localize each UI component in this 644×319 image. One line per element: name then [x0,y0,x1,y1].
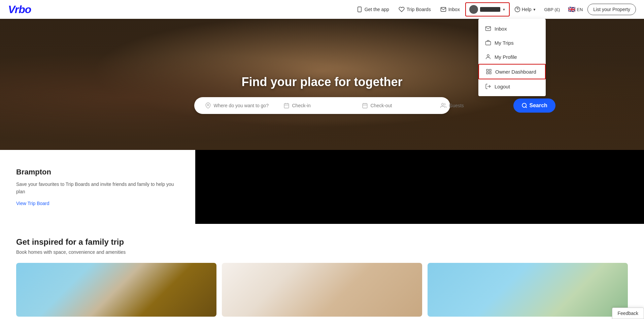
get-app-label: Get the app [365,7,389,12]
dropdown-my-trips-item[interactable]: My Trips [478,36,546,50]
search-icon [521,103,528,109]
dropdown-inbox-label: Inbox [495,26,507,32]
inbox-nav-icon [440,6,446,12]
trip-boards-button[interactable]: Trip Boards [395,4,435,15]
flag-icon: 🇬🇧 [568,6,575,13]
svg-point-2 [515,7,520,12]
checkin-input[interactable] [292,103,351,108]
language-button[interactable]: 🇬🇧 EN [565,3,586,16]
list-property-label: List your Property [593,7,630,12]
search-bar: Search [194,97,450,114]
svg-point-20 [441,103,443,105]
location-input[interactable] [214,103,273,108]
inbox-button[interactable]: Inbox [436,4,464,15]
dropdown-logout-label: Logout [495,84,510,89]
header: Vrbo Get the app Trip Boards Inbox [0,0,644,19]
svg-point-21 [522,103,526,107]
help-icon [514,6,520,12]
user-name-masked [480,7,500,12]
property-card-3-image [428,263,628,317]
calendar-checkin-icon [283,103,290,109]
user-menu-button[interactable]: ▼ [465,2,510,16]
svg-rect-16 [363,104,367,108]
get-app-button[interactable]: Get the app [352,4,393,15]
help-button[interactable]: Help ▼ [511,4,540,15]
currency-button[interactable]: GBP (£) [541,4,564,15]
user-dropdown-menu: Inbox My Trips My Profile Owner Dashboar… [478,19,546,96]
help-label: Help [522,7,532,12]
svg-line-22 [526,107,527,108]
property-card-2[interactable] [222,263,422,317]
dropdown-inbox-item[interactable]: Inbox [478,22,546,36]
inbox-dropdown-icon [485,26,491,32]
svg-point-11 [207,104,209,106]
inspired-section: Get inspired for a family trip Book home… [0,224,644,319]
trips-dropdown-icon [485,40,491,46]
feedback-button[interactable]: Feedback [612,308,644,319]
svg-rect-0 [358,7,361,12]
checkout-field[interactable] [357,100,435,111]
trip-boards-label: Trip Boards [407,7,431,12]
header-nav: Get the app Trip Boards Inbox ▼ [352,2,636,16]
inbox-label: Inbox [448,7,460,12]
dropdown-my-profile-item[interactable]: My Profile [478,50,546,64]
language-label: EN [577,7,583,12]
dropdown-owner-dashboard-item[interactable]: Owner Dashboard [478,64,546,79]
property-card-2-image [222,263,422,317]
trip-boards-description: Save your favourites to Trip Boards and … [16,181,179,196]
logout-dropdown-icon [485,83,491,89]
inspired-description: Book homes with space, convenience and a… [16,249,628,255]
hero-section: Find your place for together [0,19,644,150]
svg-rect-4 [486,41,491,45]
user-avatar-icon [469,5,478,14]
trip-boards-video [195,150,644,224]
svg-rect-7 [489,69,491,71]
svg-rect-8 [489,72,491,74]
checkout-input[interactable] [371,103,430,108]
heart-icon [399,6,405,12]
location-field[interactable] [200,100,278,111]
property-card-1[interactable] [16,263,216,317]
search-button[interactable]: Search [513,98,555,113]
vrbo-logo[interactable]: Vrbo [8,3,31,16]
inspired-title: Get inspired for a family trip [16,237,628,247]
chevron-down-icon: ▼ [502,8,506,11]
location-icon [205,103,211,109]
property-card-3[interactable] [428,263,628,317]
search-button-label: Search [530,103,547,109]
property-cards-row [16,263,628,317]
dashboard-dropdown-icon [486,69,492,75]
dropdown-logout-item[interactable]: Logout [478,79,546,93]
svg-rect-12 [284,104,289,108]
dropdown-owner-dashboard-label: Owner Dashboard [495,69,536,75]
trip-boards-title: Brampton [16,168,179,176]
guests-input[interactable] [449,103,508,108]
list-property-button[interactable]: List your Property [587,4,636,15]
svg-rect-6 [486,69,488,71]
guests-field[interactable] [435,100,513,111]
currency-label: GBP (£) [544,7,560,12]
phone-icon [357,6,363,12]
guests-icon [440,103,446,109]
calendar-checkout-icon [362,103,368,109]
profile-dropdown-icon [485,54,491,60]
checkin-field[interactable] [278,100,357,111]
hero-title: Find your place for together [241,75,402,89]
dropdown-my-trips-label: My Trips [495,40,514,46]
trip-boards-section: Brampton Save your favourites to Trip Bo… [0,150,644,224]
property-card-1-image [16,263,216,317]
svg-point-5 [487,54,489,56]
dropdown-my-profile-label: My Profile [495,54,517,60]
svg-rect-9 [486,72,488,74]
trip-boards-info: Brampton Save your favourites to Trip Bo… [0,150,195,224]
help-chevron-icon: ▼ [533,8,536,11]
hero-content: Find your place for together [194,55,450,114]
view-trip-board-link[interactable]: View Trip Board [16,201,179,206]
